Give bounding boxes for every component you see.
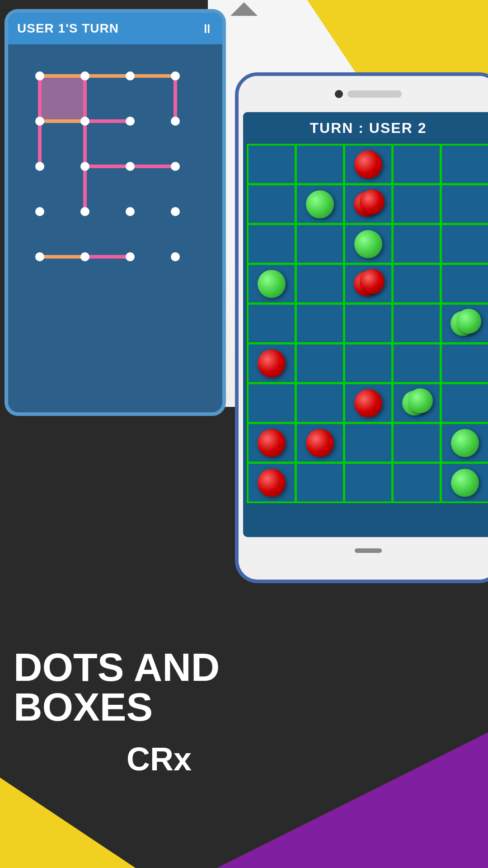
svg-point-48 [35,252,44,261]
reversi-cell[interactable] [248,264,295,303]
reversi-cell[interactable] [345,384,392,422]
svg-point-40 [35,162,44,171]
green-stack-piece [448,309,482,338]
home-indicator [355,548,382,553]
reversi-cell[interactable] [345,463,392,502]
red-stack-piece [352,269,385,298]
bottom-text-area: DOTS AND BOXES CRx [14,647,220,778]
reversi-cell[interactable] [441,344,488,382]
reversi-cell[interactable] [296,264,343,303]
bg-decoration-purple [217,732,488,868]
right-phone-screen: TURN : USER 2 [243,112,488,537]
svg-point-51 [171,252,180,261]
reversi-cell[interactable] [393,304,440,343]
green-piece [451,469,479,497]
svg-point-49 [80,252,89,261]
camera-icon [335,90,343,98]
turn-label: TURN : USER 2 [310,120,427,137]
svg-point-32 [35,71,44,80]
reversi-cell[interactable] [393,424,440,462]
reversi-cell[interactable] [441,463,488,502]
red-piece [258,349,286,377]
left-phone-title: USER 1'S TURN [17,21,119,36]
speaker-bar [347,90,402,98]
svg-point-34 [126,71,135,80]
reversi-cell[interactable] [393,225,440,263]
reversi-cell[interactable] [393,264,440,303]
svg-point-38 [126,117,135,126]
red-piece [306,429,334,457]
right-phone: TURN : USER 2 [235,72,488,583]
reversi-cell[interactable] [296,463,343,502]
reversi-cell[interactable] [296,344,343,382]
green-piece [306,190,334,218]
svg-point-46 [126,207,135,216]
reversi-cell[interactable] [248,145,295,184]
green-piece [354,230,382,258]
pause-icon[interactable]: ⏸ [201,21,213,36]
red-piece [258,429,286,457]
reversi-cell[interactable] [248,304,295,343]
reversi-cell[interactable] [345,145,392,184]
reversi-cell[interactable] [345,344,392,382]
app-title: DOTS AND BOXES [14,647,220,727]
reversi-grid[interactable] [247,144,488,503]
reversi-cell[interactable] [441,185,488,223]
right-phone-bottom-bar [239,537,488,564]
reversi-cell[interactable] [296,185,343,223]
reversi-cell[interactable] [441,145,488,184]
red-piece [354,151,382,179]
reversi-cell[interactable] [441,384,488,422]
reversi-cell[interactable] [248,424,295,462]
svg-point-36 [35,117,44,126]
right-phone-game-header: TURN : USER 2 [243,112,488,144]
reversi-cell[interactable] [393,185,440,223]
reversi-cell[interactable] [345,185,392,223]
svg-point-33 [80,71,89,80]
svg-point-44 [35,207,44,216]
svg-point-39 [171,117,180,126]
reversi-cell[interactable] [296,225,343,263]
reversi-cell[interactable] [248,344,295,382]
dots-grid[interactable] [26,62,198,297]
left-phone-header: USER 1'S TURN ⏸ [8,13,222,44]
svg-point-43 [171,162,180,171]
reversi-cell[interactable] [345,264,392,303]
reversi-cell[interactable] [248,225,295,263]
svg-point-45 [80,207,89,216]
reversi-cell[interactable] [296,424,343,462]
developer-label: CRx [127,741,220,778]
reversi-cell[interactable] [345,225,392,263]
green-stack-piece [400,388,434,418]
bg-decoration-yellow-bottom [0,778,136,868]
reversi-cell[interactable] [345,424,392,462]
svg-point-42 [126,162,135,171]
reversi-cell[interactable] [296,304,343,343]
reversi-cell[interactable] [393,463,440,502]
svg-point-41 [80,162,89,171]
reversi-cell[interactable] [296,384,343,422]
top-arrow-icon [230,2,258,16]
red-piece [354,389,382,417]
reversi-cell[interactable] [393,384,440,422]
dots-boxes-game-area [8,44,222,412]
svg-point-35 [171,71,180,80]
dots-boxes-svg [26,62,198,297]
svg-point-37 [80,117,89,126]
reversi-cell[interactable] [441,264,488,303]
reversi-cell[interactable] [441,225,488,263]
left-phone: USER 1'S TURN ⏸ [5,9,226,416]
reversi-cell[interactable] [296,145,343,184]
reversi-cell[interactable] [393,145,440,184]
reversi-cell[interactable] [248,463,295,502]
reversi-cell[interactable] [248,185,295,223]
svg-rect-0 [40,76,85,121]
reversi-cell[interactable] [345,304,392,343]
right-phone-top-bar [239,76,488,112]
reversi-cell[interactable] [441,304,488,343]
reversi-cell[interactable] [441,424,488,462]
svg-point-47 [171,207,180,216]
reversi-cell[interactable] [248,384,295,422]
red-piece [258,469,286,497]
reversi-cell[interactable] [393,344,440,382]
